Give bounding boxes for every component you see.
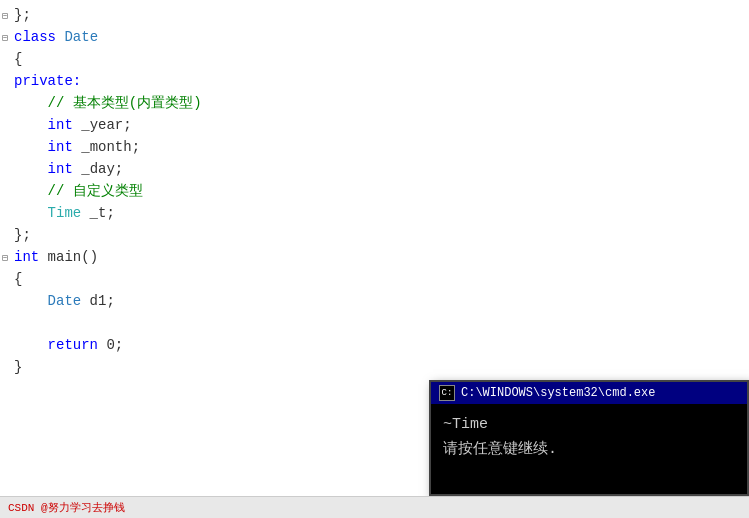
code-area: ⊟ }; ⊟ class Date { private: // 基本类型(内置类… xyxy=(0,0,749,382)
code-line-13: { xyxy=(0,268,749,290)
cmd-output-line1: ~Time xyxy=(443,414,735,437)
cmd-body: ~Time 请按任意键继续. xyxy=(431,404,747,494)
line-content-14: Date d1; xyxy=(14,290,745,312)
line-content-2: class Date xyxy=(14,26,745,48)
watermark-text: CSDN @努力学习去挣钱 xyxy=(8,500,125,515)
code-line-2: ⊟ class Date xyxy=(0,26,749,48)
line-content-12: int main() xyxy=(14,246,745,268)
code-line-3: { xyxy=(0,48,749,70)
code-line-9: // 自定义类型 xyxy=(0,180,749,202)
code-line-14: Date d1; xyxy=(0,290,749,312)
code-line-10: Time _t; xyxy=(0,202,749,224)
code-line-8: int _day; xyxy=(0,158,749,180)
line-content-1: }; xyxy=(14,4,745,26)
code-line-17: } xyxy=(0,356,749,378)
code-line-5: // 基本类型(内置类型) xyxy=(0,92,749,114)
line-content-16: return 0; xyxy=(14,334,745,356)
line-content-5: // 基本类型(内置类型) xyxy=(14,92,745,114)
code-line-11: }; xyxy=(0,224,749,246)
gutter-2: ⊟ xyxy=(0,31,14,47)
gutter-1: ⊟ xyxy=(0,9,14,25)
cmd-title-text: C:\WINDOWS\system32\cmd.exe xyxy=(461,386,655,400)
code-line-16: return 0; xyxy=(0,334,749,356)
line-content-6: int _year; xyxy=(14,114,745,136)
line-content-4: private: xyxy=(14,70,745,92)
line-content-8: int _day; xyxy=(14,158,745,180)
editor-container: ⊟ }; ⊟ class Date { private: // 基本类型(内置类… xyxy=(0,0,749,518)
line-content-3: { xyxy=(14,48,745,70)
gutter-12: ⊟ xyxy=(0,251,14,267)
code-line-15 xyxy=(0,312,749,334)
code-line-7: int _month; xyxy=(0,136,749,158)
line-content-9: // 自定义类型 xyxy=(14,180,745,202)
code-line-4: private: xyxy=(0,70,749,92)
cmd-icon: C: xyxy=(439,385,455,401)
watermark-bar: CSDN @努力学习去挣钱 xyxy=(0,496,749,518)
code-line-12: ⊟ int main() xyxy=(0,246,749,268)
line-content-17: } xyxy=(14,356,745,378)
line-content-13: { xyxy=(14,268,745,290)
line-content-11: }; xyxy=(14,224,745,246)
line-content-7: int _month; xyxy=(14,136,745,158)
line-content-10: Time _t; xyxy=(14,202,745,224)
code-line-6: int _year; xyxy=(0,114,749,136)
cmd-output-line2: 请按任意键继续. xyxy=(443,439,735,462)
cmd-titlebar: C: C:\WINDOWS\system32\cmd.exe xyxy=(431,382,747,404)
line-content-15 xyxy=(14,312,745,334)
code-line-1: ⊟ }; xyxy=(0,4,749,26)
cmd-popup[interactable]: C: C:\WINDOWS\system32\cmd.exe ~Time 请按任… xyxy=(429,380,749,496)
